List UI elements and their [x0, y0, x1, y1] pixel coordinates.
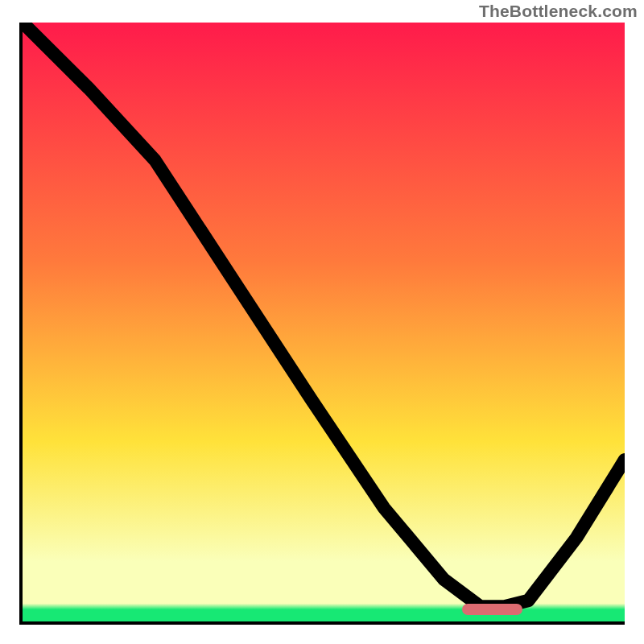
valley-marker: [462, 604, 522, 615]
bottleneck-curve: [23, 23, 625, 621]
plot-area: [19, 23, 625, 625]
chart-container: TheBottleneck.com: [0, 0, 644, 644]
watermark-text: TheBottleneck.com: [479, 2, 638, 21]
